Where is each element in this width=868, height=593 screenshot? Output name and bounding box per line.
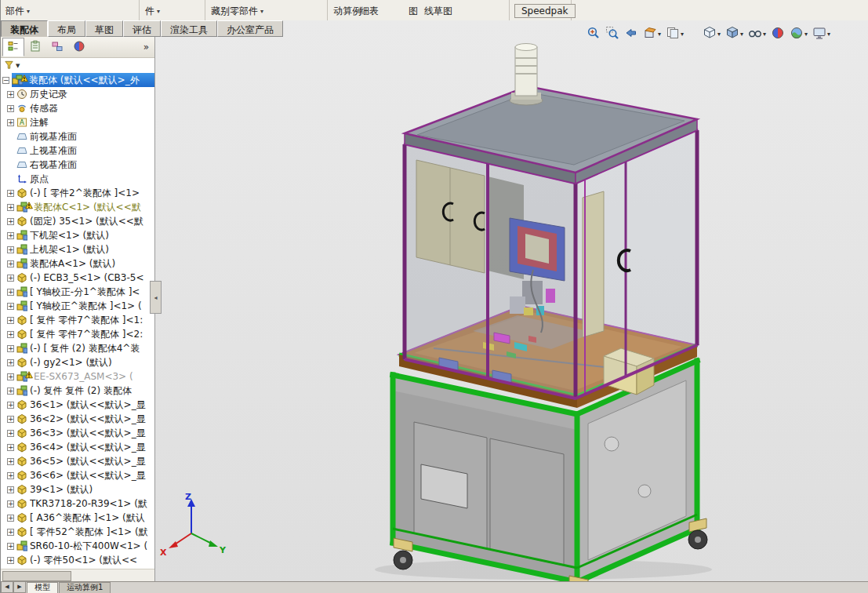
tree-item-body[interactable]: (-) ECB3_5<1> (CB3-5<: [16, 271, 154, 285]
featuremanager-tab[interactable]: [2, 38, 24, 56]
tree-item[interactable]: +上机架<1> (默认): [1, 242, 154, 256]
viewtool-previous-view-button[interactable]: [623, 24, 640, 44]
tree-item-body[interactable]: (-) [ 复件 (2) 装配体4^装: [16, 341, 154, 355]
viewtool-display-style-button[interactable]: ▾: [724, 24, 745, 44]
tree-item[interactable]: +[ Y轴校正^装配体 ]<1> (: [1, 299, 154, 313]
expand-toggle[interactable]: +: [7, 317, 14, 324]
study-tab[interactable]: 模型: [27, 582, 58, 593]
study-tab[interactable]: 运动算例1: [59, 582, 111, 593]
tab-scroll-left-icon[interactable]: ◀: [1, 581, 13, 593]
tree-item-body[interactable]: 36<2> (默认<<默认>_显: [16, 412, 154, 426]
viewtool-section-view-button[interactable]: ▾: [641, 24, 663, 44]
roof-cylinder[interactable]: [510, 44, 543, 106]
expand-toggle[interactable]: +: [7, 543, 14, 550]
expand-toggle[interactable]: +: [7, 275, 14, 282]
expand-toggle[interactable]: +: [7, 105, 14, 112]
tree-item[interactable]: +A注解: [1, 115, 154, 129]
expand-toggle[interactable]: +: [7, 331, 14, 338]
tree-item[interactable]: +36<5> (默认<<默认>_显: [1, 454, 154, 468]
viewtool-zoom-to-fit-button[interactable]: [585, 24, 602, 44]
expand-toggle[interactable]: +: [7, 232, 14, 239]
viewtool-3d-views-button[interactable]: ▾: [664, 24, 685, 44]
expand-toggle[interactable]: +: [7, 373, 14, 380]
expand-toggle[interactable]: +: [7, 500, 14, 508]
tree-item[interactable]: +EE-SX673_ASM<3> (: [1, 369, 154, 384]
panel-splitter-handle[interactable]: ◂: [150, 281, 162, 314]
propertymanager-tab[interactable]: [24, 38, 46, 56]
command-tab[interactable]: 装配体: [1, 20, 48, 37]
tree-item[interactable]: +(-) 零件50<1> (默认<<: [1, 553, 154, 567]
panel-overflow-chevron[interactable]: »: [140, 42, 153, 53]
expand-toggle[interactable]: +: [7, 218, 14, 225]
tree-item[interactable]: +下机架<1> (默认): [1, 228, 154, 242]
tree-item-body[interactable]: 39<1> (默认): [16, 482, 154, 497]
tree-item[interactable]: +SR60-10-松下400W<1> (: [1, 539, 154, 553]
tree-item-body[interactable]: 下机架<1> (默认): [16, 228, 154, 242]
tree-item-body[interactable]: [ Y轴校正-分1^装配体 ]<: [16, 285, 154, 299]
tree-item[interactable]: +(-) [ 复件 (2) 装配体4^装: [1, 341, 154, 355]
tree-item[interactable]: +(-) 复件 复件 (2) 装配体: [1, 384, 154, 398]
tree-item[interactable]: +历史记录: [1, 87, 154, 101]
tree-item[interactable]: 原点: [1, 172, 154, 186]
configurationmanager-tab[interactable]: [46, 38, 68, 56]
viewtool-view-settings-button[interactable]: ▾: [811, 24, 832, 44]
tree-item[interactable]: 右视基准面: [1, 158, 154, 172]
tree-item-root[interactable]: −装配体 (默认<<默认>_外: [1, 73, 154, 87]
tree-item[interactable]: 上视基准面: [1, 144, 154, 158]
expand-toggle[interactable]: +: [7, 486, 14, 493]
expand-toggle[interactable]: +: [7, 119, 14, 126]
expand-toggle[interactable]: +: [7, 260, 14, 267]
expand-toggle[interactable]: +: [7, 91, 14, 98]
viewtool-view-orientation-button[interactable]: ▾: [701, 24, 722, 44]
tree-item-body[interactable]: 原点: [16, 172, 154, 186]
ribbon-button[interactable]: 细表: [360, 5, 379, 18]
tree-item-body[interactable]: [ A36^装配体 ]<1> (默认: [16, 511, 154, 525]
ribbon-button[interactable]: 动算例: [333, 5, 361, 18]
viewtool-hide-show-items-button[interactable]: ▾: [746, 24, 768, 44]
ribbon-button[interactable]: 图: [409, 5, 418, 18]
expand-toggle[interactable]: +: [7, 458, 14, 465]
tree-item-body[interactable]: 装配体A<1> (默认): [16, 256, 154, 271]
tree-item-body[interactable]: 历史记录: [16, 87, 154, 101]
tree-item-body[interactable]: 右视基准面: [16, 158, 154, 172]
tree-item[interactable]: +装配体C<1> (默认<<默: [1, 200, 154, 214]
expand-toggle[interactable]: +: [7, 430, 14, 437]
tree-item-body[interactable]: 36<3> (默认<<默认>_显: [16, 426, 154, 440]
tab-scroll-right-icon[interactable]: ▶: [13, 581, 26, 593]
tree-item-body[interactable]: 36<1> (默认<<默认>_显: [16, 398, 154, 412]
tree-item[interactable]: +TKR3718-20-R39<1> (默: [1, 497, 154, 511]
feature-tree-filter[interactable]: ▼: [1, 58, 154, 75]
tree-item[interactable]: +装配体A<1> (默认): [1, 256, 154, 271]
expand-toggle[interactable]: +: [7, 387, 14, 395]
expand-toggle[interactable]: +: [7, 204, 14, 211]
tree-horizontal-scrollbar[interactable]: [1, 569, 154, 582]
tree-item[interactable]: +(固定) 35<1> (默认<<默: [1, 214, 154, 228]
ribbon-button[interactable]: 部件▾: [5, 5, 30, 18]
expand-toggle[interactable]: +: [7, 359, 14, 366]
expand-toggle[interactable]: +: [7, 246, 14, 253]
tree-item[interactable]: +[ A36^装配体 ]<1> (默认: [1, 511, 154, 525]
viewtool-apply-scene-button[interactable]: ▾: [788, 24, 809, 44]
tree-item-body[interactable]: [ 复件 零件7^装配体 ]<2:: [16, 327, 154, 341]
viewtool-zoom-to-area-button[interactable]: [604, 24, 621, 44]
tree-item-body[interactable]: (-) 复件 复件 (2) 装配体: [16, 384, 154, 398]
expand-toggle[interactable]: +: [7, 190, 14, 197]
tree-item-body[interactable]: [ 零件52^装配体 ]<1> (默: [16, 525, 154, 539]
tree-item-body[interactable]: EE-SX673_ASM<3> (: [16, 369, 154, 384]
tree-item-body[interactable]: (固定) 35<1> (默认<<默: [16, 214, 154, 228]
tree-item[interactable]: +传感器: [1, 101, 154, 115]
tree-item-body[interactable]: [ 复件 零件7^装配体 ]<1:: [16, 313, 154, 327]
tree-item-body[interactable]: (-) [ 零件2^装配体 ]<1>: [16, 186, 154, 200]
tree-item-body[interactable]: 36<5> (默认<<默认>_显: [16, 454, 154, 468]
filter-caret-icon[interactable]: ▼: [16, 63, 20, 69]
tree-item[interactable]: +(-) ECB3_5<1> (CB3-5<: [1, 271, 154, 285]
command-tab[interactable]: 草图: [85, 20, 123, 37]
tree-item-body[interactable]: TKR3718-20-R39<1> (默: [16, 497, 154, 511]
tree-item-body[interactable]: 前视基准面: [16, 129, 154, 144]
tree-item-body[interactable]: (-) 零件50<1> (默认<<: [16, 553, 154, 567]
expand-toggle[interactable]: +: [7, 529, 14, 536]
expand-toggle[interactable]: +: [7, 303, 14, 310]
ribbon-button[interactable]: Speedpak: [514, 4, 576, 18]
scrollbar-thumb[interactable]: [2, 571, 71, 581]
expand-toggle[interactable]: +: [7, 472, 14, 479]
